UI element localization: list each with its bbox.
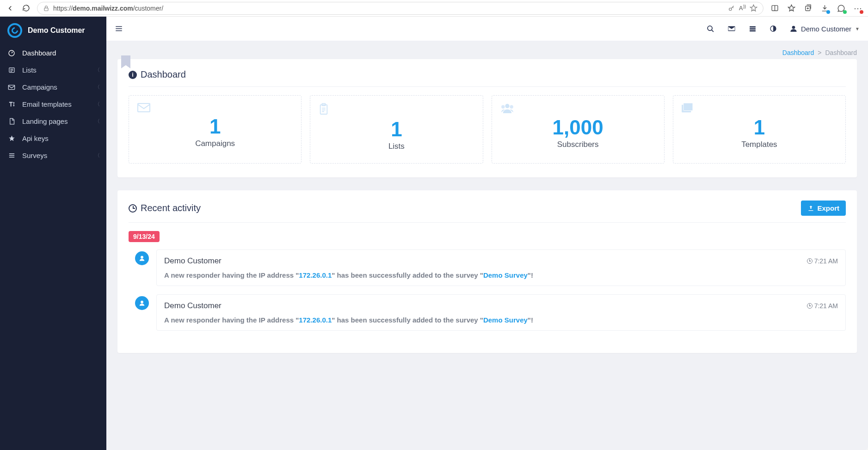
activity-message: A new responder having the IP address "1…	[164, 271, 838, 279]
back-button[interactable]	[6, 4, 15, 13]
more-icon[interactable]: ⋯	[853, 4, 862, 13]
svg-rect-13	[138, 103, 150, 112]
url-text: https://demo.mailwizz.com/customer/	[53, 5, 724, 12]
bookmark-icon	[121, 55, 130, 68]
svg-point-7	[708, 26, 712, 30]
activity-ip-link[interactable]: 172.26.0.1	[299, 271, 332, 279]
breadcrumb-link[interactable]: Dashboard	[782, 49, 814, 56]
sidebar-item-label: Dashboard	[22, 49, 56, 57]
chrome-actions: ⋯	[770, 4, 862, 13]
svg-point-22	[141, 301, 143, 304]
user-menu[interactable]: Demo Customer ▼	[790, 25, 860, 33]
stat-card-templates[interactable]: 1Templates	[673, 95, 846, 164]
sidebar-item-surveys[interactable]: Surveys〈	[0, 147, 106, 164]
svg-rect-20	[683, 103, 693, 111]
svg-point-21	[141, 256, 143, 259]
url-bar[interactable]: https://demo.mailwizz.com/customer/ A))	[37, 2, 763, 15]
clock-icon	[129, 204, 137, 213]
stat-value: 1	[682, 116, 837, 139]
topbar: Demo Customer ▼	[106, 17, 868, 41]
svg-rect-10	[750, 30, 756, 31]
split-screen-icon[interactable]	[770, 4, 779, 13]
contrast-icon[interactable]	[770, 25, 777, 32]
sidebar-item-dashboard[interactable]: Dashboard	[0, 44, 106, 61]
list-alt-icon	[7, 67, 16, 73]
main: Demo Customer ▼ Dashboard > Dashboard i …	[106, 17, 868, 450]
collections-icon[interactable]	[803, 4, 813, 13]
brand-name: Demo Customer	[28, 26, 85, 35]
stats-row: 1Campaigns1Lists1,000Subscribers1Templat…	[129, 95, 846, 164]
breadcrumb-current: Dashboard	[825, 49, 857, 56]
activity-time: 7:21 AM	[807, 302, 838, 310]
sidebar-item-label: Surveys	[22, 152, 47, 159]
activity-time: 7:21 AM	[807, 257, 838, 265]
svg-point-16	[505, 104, 509, 108]
chevron-left-icon: 〈	[95, 101, 100, 108]
activity-message: A new responder having the IP address "1…	[164, 316, 838, 324]
favorites-icon[interactable]	[787, 4, 796, 13]
breadcrumb-sep: >	[818, 49, 821, 56]
activity-survey-link[interactable]: Demo Survey	[483, 271, 528, 279]
export-button[interactable]: Export	[801, 201, 846, 216]
svg-point-17	[501, 105, 505, 109]
activity-ip-link[interactable]: 172.26.0.1	[299, 316, 332, 324]
user-name: Demo Customer	[801, 25, 851, 33]
key-icon[interactable]	[728, 5, 735, 12]
chevron-left-icon: 〈	[95, 118, 100, 125]
activity-survey-link[interactable]: Demo Survey	[483, 316, 528, 324]
stat-value: 1	[319, 118, 474, 141]
refresh-button[interactable]	[21, 4, 31, 13]
text-height-icon	[7, 101, 16, 108]
stat-card-subscribers[interactable]: 1,000Subscribers	[492, 95, 665, 164]
info-icon: i	[129, 71, 137, 79]
brand[interactable]: Demo Customer	[0, 17, 106, 44]
clock-icon	[807, 258, 813, 264]
mail-icon[interactable]	[727, 24, 736, 33]
search-icon[interactable]	[707, 25, 714, 33]
read-aloud-icon[interactable]: A))	[739, 4, 746, 12]
sidebar-item-api-keys[interactable]: Api keys	[0, 130, 106, 147]
clock-icon	[807, 303, 813, 309]
activity-body: Demo Customer7:21 AMA new responder havi…	[156, 294, 846, 331]
envelope-icon	[137, 103, 293, 112]
svg-point-18	[510, 105, 513, 109]
sidebar-item-label: Landing pages	[22, 117, 68, 125]
users-icon	[500, 103, 656, 113]
sidebar-item-campaigns[interactable]: Campaigns〈	[0, 79, 106, 96]
sidebar-item-landing-pages[interactable]: Landing pages〈	[0, 113, 106, 130]
chevron-left-icon: 〈	[95, 84, 100, 91]
sidebar-item-label: Api keys	[22, 134, 49, 142]
caret-down-icon: ▼	[855, 26, 860, 31]
star-icon	[7, 135, 16, 142]
recent-title: Recent activity	[129, 203, 201, 213]
user-avatar-icon	[135, 296, 149, 310]
user-avatar-icon	[135, 251, 149, 265]
extension-icon[interactable]	[837, 4, 846, 13]
sidebar-item-label: Email templates	[22, 100, 72, 108]
svg-rect-9	[750, 28, 756, 30]
activity-date-badge: 9/13/24	[129, 231, 160, 242]
envelope-icon	[7, 84, 16, 91]
recent-activity-panel: Recent activity Export 9/13/24 Demo Cust…	[117, 190, 857, 353]
stat-card-campaigns[interactable]: 1Campaigns	[129, 95, 302, 164]
activity-item: Demo Customer7:21 AMA new responder havi…	[129, 249, 846, 286]
activity-user: Demo Customer	[164, 256, 222, 266]
svg-point-12	[792, 26, 795, 29]
brand-logo-icon	[7, 23, 22, 38]
sidebar-toggle-button[interactable]	[115, 24, 123, 33]
chevron-left-icon: 〈	[95, 152, 100, 159]
panel-title: i Dashboard	[129, 69, 846, 87]
nav: DashboardLists〈Campaigns〈Email templates…	[0, 44, 106, 164]
stat-value: 1	[137, 115, 293, 138]
sidebar-item-email-templates[interactable]: Email templates〈	[0, 96, 106, 113]
lock-icon	[43, 5, 49, 12]
activity-list: Demo Customer7:21 AMA new responder havi…	[129, 249, 846, 331]
downloads-icon[interactable]	[820, 4, 829, 13]
sidebar-item-lists[interactable]: Lists〈	[0, 61, 106, 79]
stat-card-lists[interactable]: 1Lists	[310, 95, 483, 164]
favorite-icon[interactable]	[750, 4, 757, 12]
svg-rect-6	[8, 85, 14, 89]
bars-icon	[7, 152, 16, 159]
sidebar-item-label: Lists	[22, 66, 37, 74]
list-icon[interactable]	[749, 25, 757, 33]
